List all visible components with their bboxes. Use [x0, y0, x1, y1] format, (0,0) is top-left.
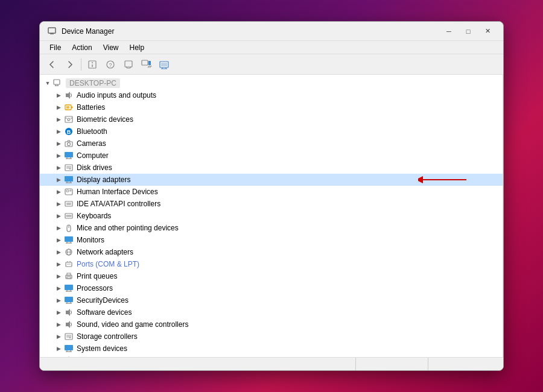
ports-chevron: ▶: [54, 260, 63, 268]
content-area: ▼ DESKTOP-PC ▶: [40, 75, 503, 357]
ports-icon: [64, 259, 74, 269]
tree-item-disk[interactable]: ▶ Disk drives: [40, 162, 503, 174]
show-button[interactable]: [156, 57, 173, 72]
tree-item-batteries[interactable]: ▶ Batteries: [40, 101, 503, 113]
tree-item-ports[interactable]: ▶ Ports (COM & LPT): [40, 258, 503, 270]
tree-item-sound[interactable]: ▶ Sound, video and game controllers: [40, 318, 503, 330]
toolbar: ?: [40, 54, 503, 75]
device-tree[interactable]: ▼ DESKTOP-PC ▶: [40, 75, 503, 357]
svg-rect-80: [65, 285, 73, 290]
system-label: System devices: [77, 344, 127, 353]
title-bar: Device Manager ─ □ ✕: [40, 22, 503, 41]
maximize-button[interactable]: □: [460, 25, 477, 37]
sound-icon: [64, 320, 74, 329]
bluetooth-chevron: ▶: [54, 127, 63, 136]
svg-text:B: B: [67, 129, 71, 135]
mice-chevron: ▶: [54, 224, 63, 232]
tree-item-monitors[interactable]: ▶ Monitors: [40, 234, 503, 246]
usb-chevron: ▶: [54, 356, 63, 357]
tree-item-hid[interactable]: ▶ Human Interface Devices: [40, 186, 503, 198]
bluetooth-label: Bluetooth: [77, 127, 107, 136]
hid-label: Human Interface Devices: [77, 188, 158, 196]
cameras-label: Cameras: [77, 139, 106, 148]
tree-item-print[interactable]: ▶ Print queues: [40, 270, 503, 282]
tree-item-storage[interactable]: ▶ Storage controllers: [40, 330, 503, 343]
svg-marker-25: [66, 92, 70, 99]
update-driver-button[interactable]: [120, 57, 137, 72]
display-chevron: ▶: [54, 175, 63, 184]
root-label: DESKTOP-PC: [66, 78, 120, 88]
storage-label: Storage controllers: [77, 332, 138, 341]
svg-rect-91: [66, 335, 71, 338]
menu-file[interactable]: File: [45, 42, 66, 53]
tree-item-system[interactable]: ▶ System devices: [40, 343, 503, 355]
help-button[interactable]: ?: [102, 57, 119, 72]
forward-button[interactable]: [62, 57, 78, 72]
computer-chevron: ▶: [54, 151, 63, 160]
software-chevron: ▶: [54, 308, 63, 317]
properties-button[interactable]: [84, 57, 101, 72]
ide-label: IDE ATA/ATAPI controllers: [77, 200, 160, 208]
tree-item-network[interactable]: ▶ Network adapters: [40, 246, 503, 258]
minimize-button[interactable]: ─: [440, 25, 457, 37]
back-button[interactable]: [43, 57, 60, 72]
keyboards-label: Keyboards: [77, 212, 111, 220]
tree-item-biometric[interactable]: ▶ Biometric devices: [40, 113, 503, 125]
tree-item-mice[interactable]: ▶ Mice and other pointing devices: [40, 222, 503, 234]
tree-item-ide[interactable]: ▶ IDE ATA/ATAPI controllers: [40, 198, 503, 210]
batteries-label: Batteries: [77, 103, 105, 112]
tree-root[interactable]: ▼ DESKTOP-PC: [40, 77, 503, 89]
biometric-chevron: ▶: [54, 115, 63, 124]
menu-view[interactable]: View: [98, 42, 124, 53]
window-icon: [47, 27, 57, 36]
cameras-icon: [64, 139, 74, 148]
window-controls: ─ □ ✕: [440, 25, 496, 37]
ide-icon: [64, 199, 74, 209]
svg-rect-20: [161, 63, 167, 66]
svg-line-15: [150, 66, 151, 68]
ports-label: Ports (COM & LPT): [77, 260, 139, 268]
svg-rect-27: [71, 107, 73, 109]
tree-item-security[interactable]: ▶ SecurityDevices: [40, 294, 503, 306]
tree-item-keyboards[interactable]: ▶ Keyboards: [40, 210, 503, 222]
display-label: Display adapters: [77, 175, 130, 184]
svg-rect-0: [48, 28, 56, 33]
biometric-icon: [64, 115, 74, 124]
svg-rect-51: [66, 190, 69, 192]
svg-point-43: [69, 168, 71, 169]
audio-chevron: ▶: [54, 91, 63, 100]
close-button[interactable]: ✕: [479, 25, 496, 37]
disk-chevron: ▶: [54, 163, 63, 172]
device-manager-window: Device Manager ─ □ ✕ File Action View He…: [39, 21, 504, 371]
svg-rect-12: [142, 60, 148, 65]
batteries-icon: [64, 103, 74, 112]
svg-rect-44: [65, 176, 73, 182]
security-label: SecurityDevices: [77, 296, 129, 305]
bluetooth-icon: B: [64, 127, 74, 136]
cameras-chevron: ▶: [54, 139, 63, 148]
menu-action[interactable]: Action: [67, 42, 97, 53]
tree-item-usb[interactable]: ▶ Universal Serial Bus controllers: [40, 355, 503, 357]
biometric-label: Biometric devices: [77, 115, 133, 124]
hid-chevron: ▶: [54, 188, 63, 196]
tree-item-bluetooth[interactable]: ▶ B Bluetooth: [40, 125, 503, 138]
network-icon: [64, 247, 74, 257]
tree-item-cameras[interactable]: ▶ Cameras: [40, 138, 503, 150]
tree-item-computer[interactable]: ▶ Computer: [40, 150, 503, 162]
tree-item-processors[interactable]: ▶ Processors: [40, 282, 503, 294]
menu-help[interactable]: Help: [125, 42, 150, 53]
tree-item-software[interactable]: ▶ Software devices: [40, 306, 503, 318]
display-icon: [64, 175, 74, 185]
scan-button[interactable]: [138, 57, 155, 72]
svg-rect-79: [67, 277, 71, 279]
window-title: Device Manager: [62, 27, 440, 36]
svg-point-36: [68, 143, 71, 146]
menu-bar: File Action View Help: [40, 41, 503, 54]
security-chevron: ▶: [54, 296, 63, 305]
tree-item-display[interactable]: ▶ Display adapters: [40, 174, 503, 186]
processors-icon: [64, 283, 74, 293]
audio-icon: [64, 90, 74, 100]
tree-item-audio[interactable]: ▶ Audio inputs and outputs: [40, 89, 503, 101]
print-chevron: ▶: [54, 272, 63, 280]
monitors-label: Monitors: [77, 236, 104, 244]
